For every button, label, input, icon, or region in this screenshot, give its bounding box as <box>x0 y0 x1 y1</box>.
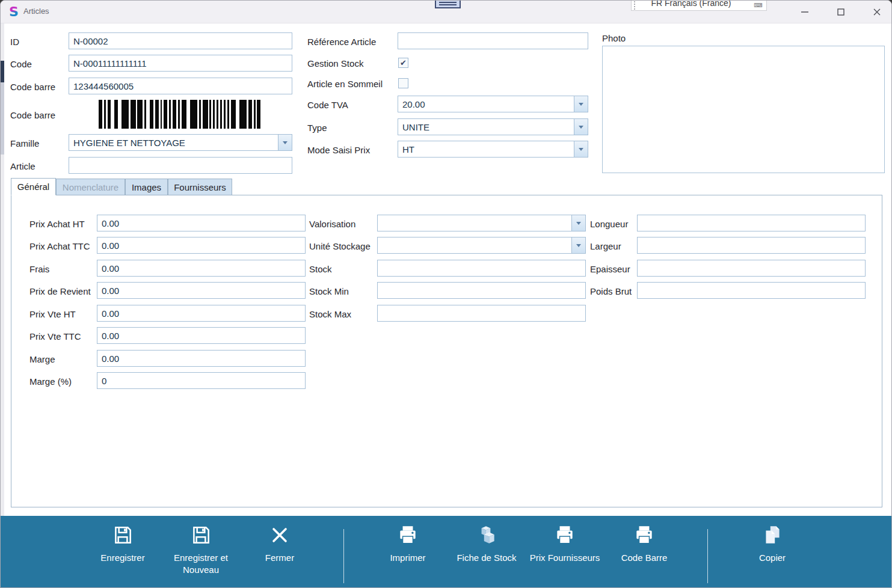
unite-stockage-combo-input[interactable] <box>378 237 571 253</box>
prix-vte-ht-field[interactable] <box>97 305 306 322</box>
background-window-edge <box>1 23 4 61</box>
chevron-down-icon[interactable] <box>278 135 292 150</box>
close-button[interactable] <box>867 3 887 21</box>
language-bar[interactable]: FR Français (France) ⌨ <box>631 1 767 11</box>
chevron-down-icon[interactable] <box>571 215 585 231</box>
printer-icon <box>553 523 577 547</box>
famille-combo[interactable] <box>69 134 292 151</box>
background-window-edge <box>1 61 4 82</box>
stock-max-field[interactable] <box>377 305 586 322</box>
stock-min-field[interactable] <box>377 282 586 299</box>
largeur-label: Largeur <box>590 237 621 254</box>
code-field[interactable] <box>69 55 292 72</box>
language-label[interactable]: FR Français (France) <box>632 1 751 8</box>
type-label: Type <box>307 119 327 136</box>
background-window-edge <box>1 82 4 155</box>
famille-label: Famille <box>10 135 39 152</box>
fermer-label: Fermer <box>265 552 294 564</box>
chevron-down-icon[interactable] <box>574 96 588 112</box>
prix-vte-ttc-field[interactable] <box>97 327 306 344</box>
mode-saisi-label: Mode Saisi Prix <box>307 141 370 158</box>
chevron-down-icon[interactable] <box>574 141 588 157</box>
enregistrer-button[interactable]: Enregistrer <box>78 523 168 583</box>
type-combo[interactable] <box>398 118 588 135</box>
mode-saisi-combo-input[interactable] <box>398 141 573 157</box>
copy-icon <box>760 523 784 547</box>
barcode-image <box>99 100 261 129</box>
chevron-down-icon[interactable] <box>571 237 585 253</box>
chevron-down-icon[interactable] <box>574 119 588 135</box>
id-field[interactable] <box>69 32 292 49</box>
copier-button[interactable]: Copier <box>727 523 817 583</box>
reference-label: Référence Article <box>307 33 376 50</box>
stock-field[interactable] <box>377 260 586 277</box>
imprimer-label: Imprimer <box>390 552 425 564</box>
tab-general[interactable]: Général <box>11 178 56 195</box>
mode-saisi-prix-combo[interactable] <box>398 141 588 158</box>
valorisation-combo[interactable] <box>377 215 586 231</box>
gestion-stock-checkbox[interactable]: ✔ <box>398 58 408 68</box>
prix-de-revient-label: Prix de Revient <box>29 283 91 299</box>
tab-fournisseurs[interactable]: Fournisseurs <box>168 179 232 195</box>
prix-achat-ht-field[interactable] <box>97 215 306 231</box>
window-title: Articles <box>23 7 49 16</box>
stock-min-label: Stock Min <box>309 283 349 299</box>
valorisation-combo-input[interactable] <box>378 215 571 231</box>
famille-combo-input[interactable] <box>69 135 277 150</box>
epaisseur-field[interactable] <box>637 260 866 277</box>
photo-label: Photo <box>602 29 626 46</box>
fiche-de-stock-label: Fiche de Stock <box>457 552 516 564</box>
minimize-button[interactable] <box>795 3 815 21</box>
enregistrer-label: Enregistrer <box>100 552 144 564</box>
code-tva-combo-input[interactable] <box>398 96 573 112</box>
tab-nomenclature[interactable]: Nomenclature <box>56 179 125 195</box>
keyboard-icon[interactable]: ⌨ <box>754 2 763 8</box>
stock-boxes-icon <box>475 523 499 547</box>
maximize-button[interactable] <box>831 3 851 21</box>
marge-pct-label: Marge (%) <box>29 373 72 390</box>
imprimer-button[interactable]: Imprimer <box>363 523 453 583</box>
reference-field[interactable] <box>398 32 588 49</box>
valorisation-label: Valorisation <box>309 215 355 232</box>
photo-box[interactable] <box>602 46 885 173</box>
article-en-sommeil-checkbox[interactable] <box>398 78 408 88</box>
prix-achat-ttc-field[interactable] <box>97 237 306 254</box>
prix-fournisseurs-label: Prix Fournisseurs <box>530 552 600 564</box>
marge-pct-field[interactable] <box>97 372 306 389</box>
code-barre-label: Code Barre <box>621 552 668 564</box>
longueur-field[interactable] <box>637 215 866 231</box>
poids-brut-field[interactable] <box>637 282 866 299</box>
title-bar: S Articles FR Français (France) ⌨ <box>1 1 892 23</box>
fiche-de-stock-button[interactable]: Fiche de Stock <box>441 523 532 583</box>
poids-brut-label: Poids Brut <box>590 283 632 299</box>
printer-icon <box>396 523 420 547</box>
toolbar-divider <box>707 529 708 583</box>
prix-vte-ht-label: Prix Vte HT <box>29 305 76 322</box>
marge-field[interactable] <box>97 350 306 367</box>
type-combo-input[interactable] <box>398 119 573 135</box>
sommeil-label: Article en Sommeil <box>307 75 383 92</box>
svg-text:S: S <box>9 5 19 18</box>
code-tva-combo[interactable] <box>398 96 588 112</box>
prix-fournisseurs-button[interactable]: Prix Fournisseurs <box>520 523 610 583</box>
unite-stockage-label: Unité Stockage <box>309 237 371 254</box>
printer-icon <box>632 523 656 547</box>
largeur-field[interactable] <box>637 237 866 254</box>
tab-images[interactable]: Images <box>125 179 168 195</box>
prix-de-revient-field[interactable] <box>97 282 306 299</box>
marge-label: Marge <box>29 351 55 367</box>
code-label: Code <box>10 55 32 72</box>
save-icon <box>189 523 213 547</box>
unite-stockage-combo[interactable] <box>377 237 586 254</box>
frais-field[interactable] <box>97 260 306 277</box>
code-barre-field[interactable] <box>69 78 292 94</box>
fermer-button[interactable]: Fermer <box>235 523 325 583</box>
code-tva-label: Code TVA <box>307 96 348 113</box>
background-window-edge <box>1 155 4 516</box>
code-barre-button[interactable]: Code Barre <box>599 523 689 583</box>
longueur-label: Longueur <box>590 215 628 232</box>
prix-achat-ht-label: Prix Achat HT <box>29 215 85 232</box>
prix-achat-ttc-label: Prix Achat TTC <box>29 237 90 254</box>
enregistrer-et-nouveau-button[interactable]: Enregistrer et Nouveau <box>156 523 246 583</box>
article-field[interactable] <box>69 157 292 174</box>
